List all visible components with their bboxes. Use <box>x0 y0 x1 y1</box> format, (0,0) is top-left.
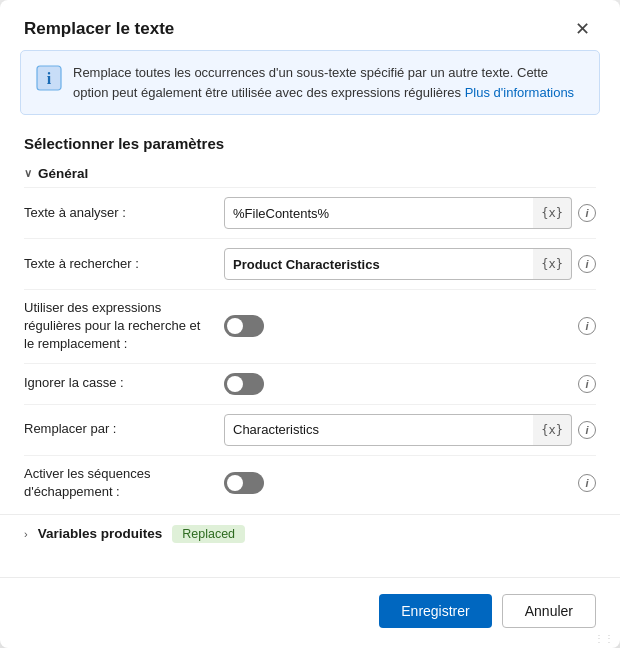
utiliser-expressions-label: Utiliser des expressions régulières pour… <box>24 299 224 354</box>
info-banner-text: Remplace toutes les occurrences d'un sou… <box>73 63 585 102</box>
dialog-title: Remplacer le texte <box>24 19 174 39</box>
texte-rechercher-badge: {x} <box>533 248 572 280</box>
utiliser-expressions-control: i <box>224 315 596 337</box>
texte-analyser-input[interactable] <box>224 197 534 229</box>
texte-analyser-row: Texte à analyser : {x} i <box>24 187 596 238</box>
texte-analyser-info-icon[interactable]: i <box>578 204 596 222</box>
ignorer-casse-info-icon[interactable]: i <box>578 375 596 393</box>
variables-chevron-icon: › <box>24 528 28 540</box>
ignorer-casse-toggle[interactable] <box>224 373 264 395</box>
info-banner: i Remplace toutes les occurrences d'un s… <box>20 50 600 115</box>
texte-rechercher-control: {x} i <box>224 248 596 280</box>
utiliser-expressions-toggle[interactable] <box>224 315 264 337</box>
close-button[interactable]: ✕ <box>569 18 596 40</box>
texte-rechercher-row: Texte à rechercher : {x} i <box>24 238 596 289</box>
ignorer-casse-row: Ignorer la casse : i <box>24 363 596 404</box>
activer-sequences-row: Activer les séquences d'échappement : i <box>24 455 596 510</box>
ignorer-casse-control: i <box>224 373 596 395</box>
general-chevron-icon: ∨ <box>24 167 32 180</box>
info-banner-link[interactable]: Plus d'informations <box>465 85 574 100</box>
remplacer-par-control: {x} i <box>224 414 596 446</box>
remplacer-par-info-icon[interactable]: i <box>578 421 596 439</box>
activer-sequences-slider <box>224 472 264 494</box>
resize-handle: ⋮⋮ <box>594 633 614 644</box>
dialog-footer: Enregistrer Annuler <box>0 577 620 648</box>
ignorer-casse-label: Ignorer la casse : <box>24 374 224 392</box>
texte-rechercher-input[interactable] <box>224 248 534 280</box>
general-group-header[interactable]: ∨ Général <box>24 158 596 187</box>
activer-sequences-control: i <box>224 472 596 494</box>
dialog-header: Remplacer le texte ✕ <box>0 0 620 50</box>
cancel-button[interactable]: Annuler <box>502 594 596 628</box>
dialog: Remplacer le texte ✕ i Remplace toutes l… <box>0 0 620 648</box>
texte-rechercher-info-icon[interactable]: i <box>578 255 596 273</box>
texte-analyser-control: {x} i <box>224 197 596 229</box>
svg-text:i: i <box>47 70 52 87</box>
activer-sequences-toggle[interactable] <box>224 472 264 494</box>
variables-label[interactable]: Variables produites <box>38 526 163 541</box>
texte-analyser-badge: {x} <box>533 197 572 229</box>
remplacer-par-input[interactable] <box>224 414 534 446</box>
remplacer-par-badge: {x} <box>533 414 572 446</box>
info-banner-icon: i <box>35 64 63 92</box>
remplacer-par-label: Remplacer par : <box>24 420 224 438</box>
remplacer-par-input-group: {x} <box>224 414 572 446</box>
general-group-label: Général <box>38 166 88 181</box>
save-button[interactable]: Enregistrer <box>379 594 491 628</box>
section-title: Sélectionner les paramètres <box>0 127 620 158</box>
remplacer-par-row: Remplacer par : {x} i <box>24 404 596 455</box>
texte-rechercher-input-group: {x} <box>224 248 572 280</box>
utiliser-expressions-info-icon[interactable]: i <box>578 317 596 335</box>
activer-sequences-info-icon[interactable]: i <box>578 474 596 492</box>
texte-rechercher-label: Texte à rechercher : <box>24 255 224 273</box>
utiliser-expressions-row: Utiliser des expressions régulières pour… <box>24 289 596 363</box>
ignorer-casse-slider <box>224 373 264 395</box>
texte-analyser-label: Texte à analyser : <box>24 204 224 222</box>
texte-analyser-input-group: {x} <box>224 197 572 229</box>
variables-replaced-badge: Replaced <box>172 525 245 543</box>
utiliser-expressions-slider <box>224 315 264 337</box>
variables-row: › Variables produites Replaced <box>0 514 620 553</box>
general-group: ∨ Général Texte à analyser : {x} i Texte… <box>0 158 620 510</box>
activer-sequences-label: Activer les séquences d'échappement : <box>24 465 224 501</box>
